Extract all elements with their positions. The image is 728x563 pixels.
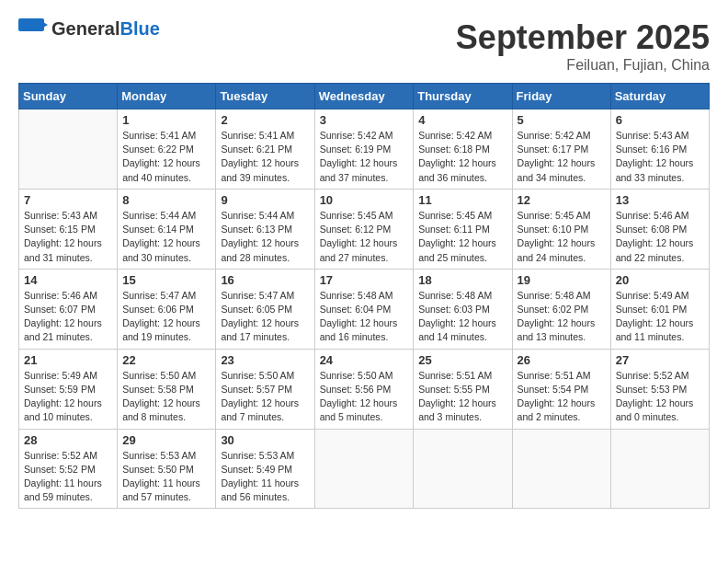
calendar-cell: 12Sunrise: 5:45 AMSunset: 6:10 PMDayligh… bbox=[512, 189, 610, 269]
day-number: 1 bbox=[122, 113, 210, 127]
day-info: Sunrise: 5:53 AMSunset: 5:50 PMDaylight:… bbox=[122, 449, 210, 505]
calendar-cell bbox=[512, 429, 610, 509]
day-number: 29 bbox=[122, 433, 210, 447]
calendar-cell bbox=[314, 429, 414, 509]
day-number: 23 bbox=[221, 353, 309, 367]
calendar-cell: 18Sunrise: 5:48 AMSunset: 6:03 PMDayligh… bbox=[414, 269, 512, 349]
day-info: Sunrise: 5:42 AMSunset: 6:18 PMDaylight:… bbox=[418, 129, 506, 185]
calendar-cell: 13Sunrise: 5:46 AMSunset: 6:08 PMDayligh… bbox=[610, 189, 709, 269]
day-number: 8 bbox=[122, 193, 210, 207]
day-info: Sunrise: 5:49 AMSunset: 6:01 PMDaylight:… bbox=[616, 289, 704, 345]
day-info: Sunrise: 5:42 AMSunset: 6:19 PMDaylight:… bbox=[320, 129, 409, 185]
day-info: Sunrise: 5:50 AMSunset: 5:58 PMDaylight:… bbox=[122, 369, 210, 425]
day-info: Sunrise: 5:51 AMSunset: 5:55 PMDaylight:… bbox=[418, 369, 506, 425]
day-number: 2 bbox=[221, 113, 309, 127]
day-number: 17 bbox=[320, 273, 409, 287]
day-info: Sunrise: 5:41 AMSunset: 6:22 PMDaylight:… bbox=[122, 129, 210, 185]
calendar-cell bbox=[610, 429, 709, 509]
calendar-week-row: 1Sunrise: 5:41 AMSunset: 6:22 PMDaylight… bbox=[19, 109, 710, 190]
day-number: 19 bbox=[518, 273, 606, 287]
logo-blue: Blue bbox=[119, 18, 159, 39]
day-number: 18 bbox=[418, 273, 506, 287]
calendar-cell: 15Sunrise: 5:47 AMSunset: 6:06 PMDayligh… bbox=[118, 269, 216, 349]
calendar-cell: 27Sunrise: 5:52 AMSunset: 5:53 PMDayligh… bbox=[610, 349, 709, 429]
day-number: 22 bbox=[122, 353, 210, 367]
day-info: Sunrise: 5:53 AMSunset: 5:49 PMDaylight:… bbox=[221, 449, 309, 505]
calendar-cell: 17Sunrise: 5:48 AMSunset: 6:04 PMDayligh… bbox=[314, 269, 414, 349]
day-number: 5 bbox=[518, 113, 606, 127]
day-info: Sunrise: 5:50 AMSunset: 5:56 PMDaylight:… bbox=[320, 369, 409, 425]
day-info: Sunrise: 5:52 AMSunset: 5:52 PMDaylight:… bbox=[24, 449, 112, 505]
day-number: 15 bbox=[122, 273, 210, 287]
day-info: Sunrise: 5:51 AMSunset: 5:54 PMDaylight:… bbox=[518, 369, 606, 425]
day-number: 11 bbox=[418, 193, 506, 207]
weekday-header-cell: Friday bbox=[512, 84, 610, 109]
calendar-cell: 2Sunrise: 5:41 AMSunset: 6:21 PMDaylight… bbox=[216, 109, 314, 190]
day-number: 9 bbox=[221, 193, 309, 207]
day-info: Sunrise: 5:48 AMSunset: 6:03 PMDaylight:… bbox=[418, 289, 506, 345]
title-area: September 2025 Feiluan, Fujian, China bbox=[456, 18, 710, 74]
calendar-cell: 14Sunrise: 5:46 AMSunset: 6:07 PMDayligh… bbox=[19, 269, 118, 349]
calendar-week-row: 21Sunrise: 5:49 AMSunset: 5:59 PMDayligh… bbox=[19, 349, 710, 429]
calendar-cell: 19Sunrise: 5:48 AMSunset: 6:02 PMDayligh… bbox=[512, 269, 610, 349]
day-number: 24 bbox=[320, 353, 409, 367]
day-number: 7 bbox=[24, 193, 112, 207]
calendar-cell: 5Sunrise: 5:42 AMSunset: 6:17 PMDaylight… bbox=[512, 109, 610, 190]
weekday-header-row: SundayMondayTuesdayWednesdayThursdayFrid… bbox=[19, 84, 710, 109]
logo-general: General bbox=[51, 18, 119, 39]
day-info: Sunrise: 5:47 AMSunset: 6:06 PMDaylight:… bbox=[122, 289, 210, 345]
day-number: 21 bbox=[24, 353, 112, 367]
day-info: Sunrise: 5:41 AMSunset: 6:21 PMDaylight:… bbox=[221, 129, 309, 185]
day-info: Sunrise: 5:43 AMSunset: 6:15 PMDaylight:… bbox=[24, 209, 112, 265]
calendar-body: 1Sunrise: 5:41 AMSunset: 6:22 PMDaylight… bbox=[19, 109, 710, 509]
day-number: 26 bbox=[518, 353, 606, 367]
day-info: Sunrise: 5:43 AMSunset: 6:16 PMDaylight:… bbox=[616, 129, 704, 185]
day-number: 4 bbox=[418, 113, 506, 127]
calendar-cell: 6Sunrise: 5:43 AMSunset: 6:16 PMDaylight… bbox=[610, 109, 709, 190]
calendar-cell bbox=[19, 109, 118, 190]
day-info: Sunrise: 5:45 AMSunset: 6:12 PMDaylight:… bbox=[320, 209, 409, 265]
day-info: Sunrise: 5:52 AMSunset: 5:53 PMDaylight:… bbox=[616, 369, 704, 425]
calendar-cell: 30Sunrise: 5:53 AMSunset: 5:49 PMDayligh… bbox=[216, 429, 314, 509]
day-number: 3 bbox=[320, 113, 409, 127]
calendar-cell: 3Sunrise: 5:42 AMSunset: 6:19 PMDaylight… bbox=[314, 109, 414, 190]
calendar-cell: 10Sunrise: 5:45 AMSunset: 6:12 PMDayligh… bbox=[314, 189, 414, 269]
calendar-week-row: 28Sunrise: 5:52 AMSunset: 5:52 PMDayligh… bbox=[19, 429, 710, 509]
day-number: 12 bbox=[518, 193, 606, 207]
calendar-cell: 11Sunrise: 5:45 AMSunset: 6:11 PMDayligh… bbox=[414, 189, 512, 269]
day-number: 25 bbox=[418, 353, 506, 367]
day-info: Sunrise: 5:42 AMSunset: 6:17 PMDaylight:… bbox=[518, 129, 606, 185]
weekday-header-cell: Sunday bbox=[19, 84, 118, 109]
logo: GeneralBlue bbox=[18, 18, 160, 39]
calendar-cell: 23Sunrise: 5:50 AMSunset: 5:57 PMDayligh… bbox=[216, 349, 314, 429]
calendar: SundayMondayTuesdayWednesdayThursdayFrid… bbox=[18, 83, 710, 509]
day-info: Sunrise: 5:49 AMSunset: 5:59 PMDaylight:… bbox=[24, 369, 112, 425]
day-info: Sunrise: 5:44 AMSunset: 6:13 PMDaylight:… bbox=[221, 209, 309, 265]
calendar-cell: 4Sunrise: 5:42 AMSunset: 6:18 PMDaylight… bbox=[414, 109, 512, 190]
day-info: Sunrise: 5:44 AMSunset: 6:14 PMDaylight:… bbox=[122, 209, 210, 265]
calendar-cell: 21Sunrise: 5:49 AMSunset: 5:59 PMDayligh… bbox=[19, 349, 118, 429]
day-number: 14 bbox=[24, 273, 112, 287]
day-number: 16 bbox=[221, 273, 309, 287]
day-number: 27 bbox=[616, 353, 704, 367]
weekday-header-cell: Wednesday bbox=[314, 84, 414, 109]
day-info: Sunrise: 5:48 AMSunset: 6:04 PMDaylight:… bbox=[320, 289, 409, 345]
calendar-week-row: 14Sunrise: 5:46 AMSunset: 6:07 PMDayligh… bbox=[19, 269, 710, 349]
calendar-cell: 9Sunrise: 5:44 AMSunset: 6:13 PMDaylight… bbox=[216, 189, 314, 269]
day-info: Sunrise: 5:48 AMSunset: 6:02 PMDaylight:… bbox=[518, 289, 606, 345]
calendar-cell: 28Sunrise: 5:52 AMSunset: 5:52 PMDayligh… bbox=[19, 429, 118, 509]
calendar-cell: 1Sunrise: 5:41 AMSunset: 6:22 PMDaylight… bbox=[118, 109, 216, 190]
calendar-cell: 22Sunrise: 5:50 AMSunset: 5:58 PMDayligh… bbox=[118, 349, 216, 429]
calendar-cell: 25Sunrise: 5:51 AMSunset: 5:55 PMDayligh… bbox=[414, 349, 512, 429]
day-info: Sunrise: 5:47 AMSunset: 6:05 PMDaylight:… bbox=[221, 289, 309, 345]
calendar-cell: 7Sunrise: 5:43 AMSunset: 6:15 PMDaylight… bbox=[19, 189, 118, 269]
calendar-cell: 24Sunrise: 5:50 AMSunset: 5:56 PMDayligh… bbox=[314, 349, 414, 429]
day-info: Sunrise: 5:50 AMSunset: 5:57 PMDaylight:… bbox=[221, 369, 309, 425]
calendar-cell: 26Sunrise: 5:51 AMSunset: 5:54 PMDayligh… bbox=[512, 349, 610, 429]
day-number: 6 bbox=[616, 113, 704, 127]
weekday-header-cell: Thursday bbox=[414, 84, 512, 109]
calendar-week-row: 7Sunrise: 5:43 AMSunset: 6:15 PMDaylight… bbox=[19, 189, 710, 269]
day-info: Sunrise: 5:45 AMSunset: 6:10 PMDaylight:… bbox=[518, 209, 606, 265]
weekday-header-cell: Tuesday bbox=[216, 84, 314, 109]
day-info: Sunrise: 5:46 AMSunset: 6:07 PMDaylight:… bbox=[24, 289, 112, 345]
